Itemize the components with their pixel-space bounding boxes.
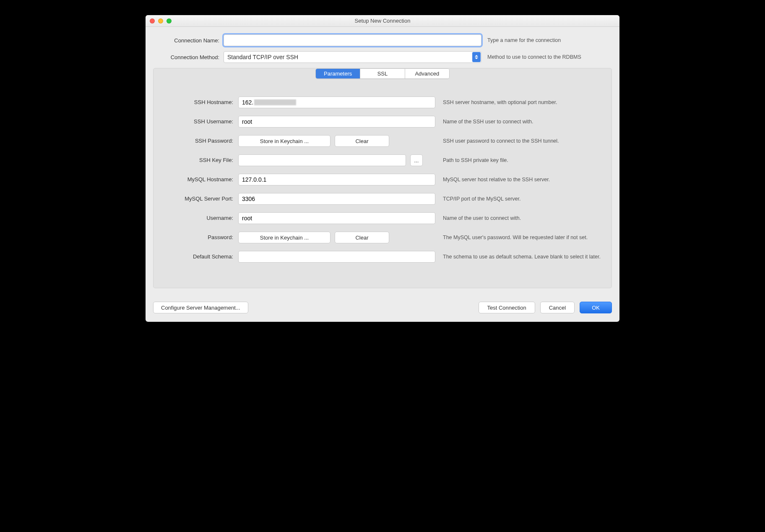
connection-name-label: Connection Name:	[153, 37, 224, 44]
ssh-hostname-label: SSH Hostname:	[163, 96, 238, 105]
connection-method-hint: Method to use to connect to the RDBMS	[481, 54, 612, 60]
connection-name-hint: Type a name for the connection	[481, 37, 612, 43]
parameters-panel: Parameters SSL Advanced SSH Hostname: 16…	[153, 68, 612, 288]
tab-ssl[interactable]: SSL	[360, 69, 405, 78]
username-input[interactable]	[238, 212, 435, 224]
dialog-footer: Configure Server Management... Test Conn…	[146, 288, 619, 322]
ssh-username-input[interactable]	[238, 116, 435, 128]
tab-bar: Parameters SSL Advanced	[315, 68, 450, 79]
connection-method-select[interactable]: Standard TCP/IP over SSH	[224, 51, 481, 63]
default-schema-label: Default Schema:	[163, 251, 238, 260]
ssh-password-label: SSH Password:	[163, 135, 238, 144]
close-icon[interactable]	[150, 18, 155, 23]
default-schema-input[interactable]	[238, 251, 435, 263]
titlebar: Setup New Connection	[146, 15, 619, 27]
minimize-icon[interactable]	[158, 18, 163, 23]
mysql-hostname-input[interactable]	[238, 174, 435, 185]
password-label: Password:	[163, 232, 238, 240]
cancel-button[interactable]: Cancel	[540, 302, 575, 313]
username-hint: Name of the user to connect with.	[435, 212, 602, 222]
ssh-username-label: SSH Username:	[163, 116, 238, 125]
ssh-password-store-button[interactable]: Store in Keychain ...	[238, 135, 330, 147]
mysql-port-input[interactable]	[238, 193, 435, 205]
configure-server-button[interactable]: Configure Server Management...	[153, 302, 248, 313]
ssh-hostname-input[interactable]: 162.	[238, 96, 435, 108]
ssh-hostname-value: 162.	[242, 99, 253, 106]
mysql-port-hint: TCP/IP port of the MySQL server.	[435, 193, 602, 203]
mysql-hostname-hint: MySQL server host relative to the SSH se…	[435, 174, 602, 183]
ssh-keyfile-label: SSH Key File:	[163, 154, 238, 163]
mysql-port-label: MySQL Server Port:	[163, 193, 238, 202]
ssh-password-clear-button[interactable]: Clear	[335, 135, 389, 147]
connection-method-value: Standard TCP/IP over SSH	[227, 54, 298, 60]
ssh-password-hint: SSH user password to connect to the SSH …	[435, 135, 602, 145]
tab-advanced[interactable]: Advanced	[405, 69, 449, 78]
ssh-username-hint: Name of the SSH user to connect with.	[435, 116, 602, 125]
test-connection-button[interactable]: Test Connection	[479, 302, 535, 313]
default-schema-hint: The schema to use as default schema. Lea…	[435, 251, 602, 261]
setup-connection-window: Setup New Connection Connection Name: Ty…	[146, 15, 619, 322]
redacted-text	[254, 99, 296, 105]
password-store-button[interactable]: Store in Keychain ...	[238, 232, 330, 243]
zoom-icon[interactable]	[167, 18, 172, 23]
ssh-keyfile-hint: Path to SSH private key file.	[435, 154, 602, 164]
password-hint: The MySQL user's password. Will be reque…	[435, 232, 602, 241]
ssh-keyfile-browse-button[interactable]: ...	[410, 154, 423, 166]
window-title: Setup New Connection	[146, 18, 619, 24]
traffic-lights	[150, 18, 172, 23]
ok-button[interactable]: OK	[580, 302, 612, 313]
mysql-hostname-label: MySQL Hostname:	[163, 174, 238, 183]
username-label: Username:	[163, 212, 238, 221]
ssh-hostname-hint: SSH server hostname, with optional port …	[435, 96, 602, 106]
password-clear-button[interactable]: Clear	[335, 232, 389, 243]
ssh-keyfile-input[interactable]	[238, 154, 406, 166]
connection-method-label: Connection Method:	[153, 54, 224, 60]
connection-name-input[interactable]	[224, 34, 481, 46]
tab-parameters[interactable]: Parameters	[316, 69, 360, 78]
chevron-updown-icon	[472, 52, 481, 62]
